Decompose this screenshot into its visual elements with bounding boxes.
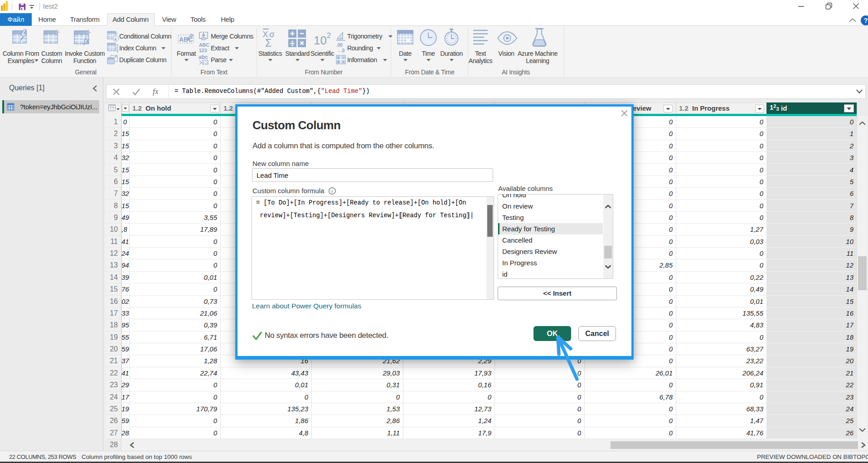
svg-text:≠: ≠	[115, 37, 117, 41]
svg-text:Σ: Σ	[265, 37, 272, 49]
svg-text:.00: .00	[336, 43, 343, 48]
svg-text:i: i	[331, 188, 333, 194]
svg-text:+: +	[342, 60, 344, 64]
svg-text:3: 3	[337, 60, 339, 64]
svg-text:10: 10	[314, 34, 327, 47]
svg-text:2: 2	[327, 32, 331, 39]
svg-text:fx: fx	[83, 36, 89, 45]
svg-text:ABC: ABC	[199, 42, 209, 48]
